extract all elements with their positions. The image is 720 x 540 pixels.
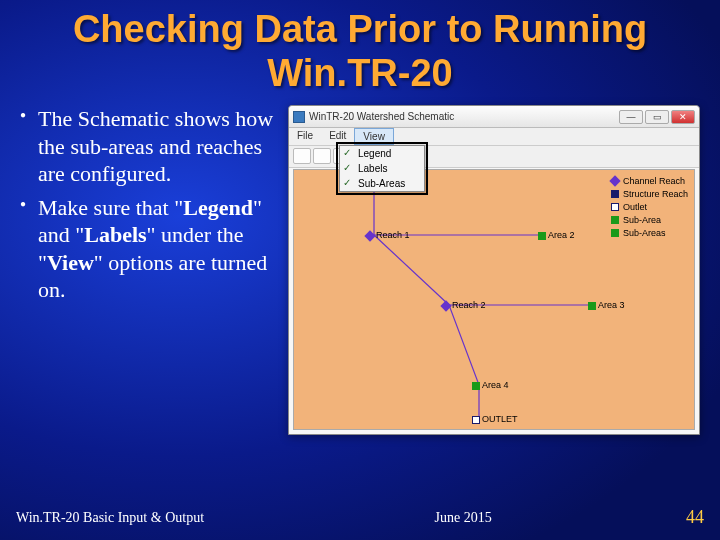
toolbar-button-1[interactable] — [293, 148, 311, 164]
app-window: WinTR-20 Watershed Schematic — ▭ ✕ File … — [288, 105, 700, 435]
node-area3: Area 3 — [588, 300, 625, 310]
bullet-2: Make sure that "Legend" and "Labels" und… — [20, 194, 280, 304]
node-reach1: Reach 1 — [366, 230, 410, 240]
minimize-button[interactable]: — — [619, 110, 643, 124]
view-dropdown: Legend Labels Sub-Areas — [339, 145, 425, 192]
app-icon — [293, 111, 305, 123]
menu-view[interactable]: View — [354, 128, 394, 145]
dropdown-legend[interactable]: Legend — [340, 146, 424, 161]
node-outlet: OUTLET — [472, 414, 518, 424]
menubar: File Edit View — [289, 128, 699, 146]
menu-file[interactable]: File — [289, 128, 321, 145]
canvas-legend: Channel Reach Structure Reach Outlet Sub… — [611, 176, 688, 241]
schematic-canvas: Channel Reach Structure Reach Outlet Sub… — [293, 169, 695, 430]
window-buttons: — ▭ ✕ — [619, 110, 695, 124]
footer-left: Win.TR-20 Basic Input & Output — [16, 510, 326, 526]
node-area4: Area 4 — [472, 380, 509, 390]
page-number: 44 — [686, 507, 704, 528]
maximize-button[interactable]: ▭ — [645, 110, 669, 124]
close-button[interactable]: ✕ — [671, 110, 695, 124]
toolbar-button-2[interactable] — [313, 148, 331, 164]
footer-date: June 2015 — [326, 510, 601, 526]
node-reach2: Reach 2 — [442, 300, 486, 310]
node-area2: Area 2 — [538, 230, 575, 240]
content-row: The Schematic shows how the sub-areas an… — [0, 95, 720, 435]
footer: Win.TR-20 Basic Input & Output June 2015… — [0, 507, 720, 528]
window-title: WinTR-20 Watershed Schematic — [309, 111, 454, 122]
bullet-1: The Schematic shows how the sub-areas an… — [20, 105, 280, 188]
slide-title: Checking Data Prior to RunningWin.TR-20 — [0, 0, 720, 95]
menu-edit[interactable]: Edit — [321, 128, 354, 145]
dropdown-subareas[interactable]: Sub-Areas — [340, 176, 424, 191]
titlebar: WinTR-20 Watershed Schematic — ▭ ✕ — [289, 106, 699, 128]
bullet-list: The Schematic shows how the sub-areas an… — [20, 105, 280, 435]
dropdown-labels[interactable]: Labels — [340, 161, 424, 176]
